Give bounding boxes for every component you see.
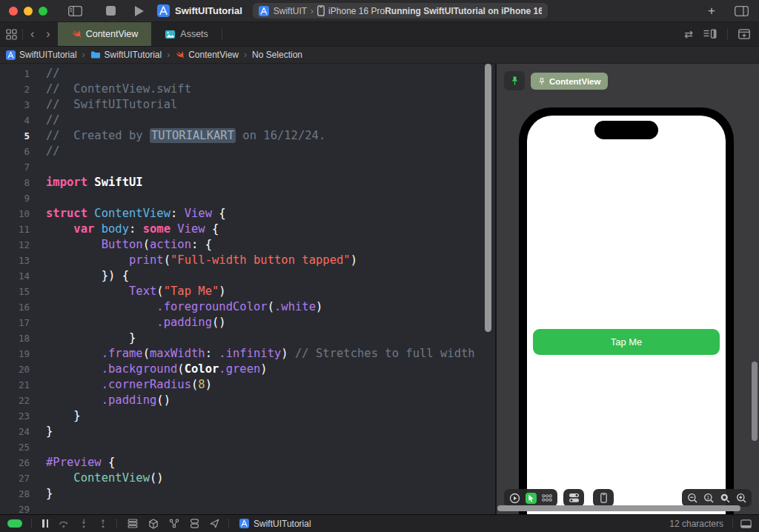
view-hierarchy-button[interactable] <box>127 519 138 528</box>
code-line[interactable]: 10struct ContentView: View { <box>0 206 495 222</box>
code-line[interactable]: 22 .padding() <box>0 393 495 408</box>
swift-icon <box>175 50 185 59</box>
titlebar: SwiftUITutorial SwiftUIT › iPhone 16 Pro… <box>0 0 759 22</box>
device-settings-button[interactable] <box>567 491 580 505</box>
code-text: Button(action: { <box>36 237 212 253</box>
code-line[interactable]: 19 .frame(maxWidth: .infinity) // Stretc… <box>0 346 495 362</box>
editor-scrollbar[interactable] <box>485 64 491 332</box>
code-line[interactable]: 9 <box>0 190 495 206</box>
pin-preview-button[interactable] <box>504 71 525 90</box>
memory-graph-button[interactable] <box>148 519 159 529</box>
breadcrumb-label: SwiftUITutorial <box>105 50 162 60</box>
line-number: 29 <box>0 502 36 514</box>
line-number: 14 <box>0 268 36 284</box>
code-line[interactable]: 6// <box>0 144 495 159</box>
code-line[interactable]: 28} <box>0 486 495 502</box>
zoom-100-button[interactable]: 1 <box>702 491 715 505</box>
swap-editors-button[interactable]: ⇄ <box>684 28 693 40</box>
scheme-selector[interactable]: SwiftUIT › <box>259 6 317 16</box>
pin-outline-icon <box>538 77 546 86</box>
code-line[interactable]: 1// <box>0 66 495 82</box>
instruments-button[interactable] <box>190 519 199 528</box>
pause-button[interactable] <box>42 519 48 528</box>
line-number: 3 <box>0 97 36 113</box>
add-editor-button[interactable] <box>738 29 750 39</box>
step-over-button[interactable] <box>59 519 69 528</box>
breadcrumb-item-selection[interactable]: No Selection <box>252 50 302 60</box>
code-line[interactable]: 13 print("Full-width button tapped") <box>0 253 495 268</box>
code-line[interactable]: 18 } <box>0 330 495 346</box>
line-number: 20 <box>0 362 36 377</box>
editor-layout-icon <box>703 29 717 39</box>
preview-mode-controls <box>504 489 557 507</box>
minimize-button[interactable] <box>24 7 33 16</box>
left-sidebar-toggle-button[interactable] <box>68 6 82 16</box>
code-line[interactable]: 3// SwiftUITutorial <box>0 97 495 113</box>
code-line[interactable]: 17 .padding() <box>0 315 495 330</box>
breakpoints-toggle-button[interactable] <box>7 519 22 528</box>
chevron-right-icon: › <box>167 50 170 60</box>
code-line[interactable]: 5// Created by TUTORIALKART on 16/12/24. <box>0 128 495 144</box>
code-line[interactable]: 8import SwiftUI <box>0 175 495 190</box>
stop-button[interactable] <box>106 6 116 16</box>
code-line[interactable]: 20 .background(Color.green) <box>0 362 495 377</box>
zoom-fit-button[interactable] <box>718 491 732 505</box>
canvas-horizontal-scrollbar[interactable] <box>497 505 740 511</box>
breakpoint-pill-icon <box>7 519 22 528</box>
zoom-out-button[interactable] <box>686 491 699 505</box>
back-button[interactable]: ‹ <box>30 27 34 41</box>
tab-contentview[interactable]: ContentView <box>58 22 152 46</box>
variants-button[interactable] <box>540 491 554 505</box>
tap-me-button[interactable]: Tap Me <box>533 329 720 355</box>
code-line[interactable]: 21 .cornerRadius(8) <box>0 377 495 393</box>
preview-tab-contentview[interactable]: ContentView <box>531 73 608 90</box>
forward-button[interactable]: › <box>46 27 50 41</box>
code-text: struct ContentView: View { <box>36 206 226 222</box>
code-text: #Preview { <box>36 455 115 471</box>
canvas-vertical-scrollbar[interactable] <box>752 362 758 441</box>
step-out-button[interactable] <box>99 519 107 528</box>
tab-assets[interactable]: Assets <box>151 22 222 46</box>
code-line[interactable]: 27 ContentView() <box>0 471 495 486</box>
preview-device-button[interactable] <box>597 491 610 505</box>
code-line[interactable]: 16 .foregroundColor(.white) <box>0 299 495 315</box>
editor-options-button[interactable] <box>703 29 717 39</box>
network-button[interactable] <box>169 519 179 528</box>
code-line[interactable]: 23 } <box>0 408 495 424</box>
code-line[interactable]: 12 Button(action: { <box>0 237 495 253</box>
code-line[interactable]: 2// ContentView.swift <box>0 82 495 97</box>
line-number: 12 <box>0 237 36 253</box>
code-line[interactable]: 25 <box>0 439 495 455</box>
running-process[interactable]: SwiftUITutorial <box>239 519 311 529</box>
close-button[interactable] <box>9 7 18 16</box>
right-sidebar-toggle-button[interactable] <box>735 6 749 16</box>
run-button[interactable] <box>135 6 144 16</box>
code-line[interactable]: 24} <box>0 424 495 439</box>
window-title-label: SwiftUITutorial <box>175 5 242 16</box>
code-editor[interactable]: 1//2// ContentView.swift3// SwiftUITutor… <box>0 64 495 514</box>
run-destination[interactable]: iPhone 16 Pro <box>317 5 385 16</box>
code-line[interactable]: 7 <box>0 159 495 175</box>
line-number: 10 <box>0 206 36 222</box>
zoom-button[interactable] <box>39 7 47 16</box>
breadcrumb-item-group[interactable]: SwiftUITutorial <box>90 50 162 60</box>
code-line[interactable]: 11 var body: some View { <box>0 222 495 237</box>
live-preview-button[interactable] <box>508 491 521 505</box>
breadcrumb-item-file[interactable]: ContentView <box>175 50 239 60</box>
line-number: 16 <box>0 299 36 315</box>
code-line[interactable]: 26#Preview { <box>0 455 495 471</box>
add-button[interactable]: + <box>708 4 715 19</box>
code-line[interactable]: 4// <box>0 113 495 128</box>
related-items-button[interactable] <box>0 22 22 46</box>
breadcrumb-item-project[interactable]: SwiftUITutorial <box>6 50 77 60</box>
selectable-mode-button[interactable] <box>524 491 537 505</box>
code-line[interactable]: 15 Text("Tap Me") <box>0 284 495 299</box>
simulate-location-button[interactable] <box>210 519 219 528</box>
zoom-in-button[interactable] <box>735 491 748 505</box>
code-line[interactable]: 29 <box>0 502 495 514</box>
step-into-button[interactable] <box>79 519 88 528</box>
iphone-screen: Tap Me <box>527 116 726 514</box>
line-number: 7 <box>0 159 36 175</box>
code-line[interactable]: 14 }) { <box>0 268 495 284</box>
debug-area-toggle-button[interactable] <box>740 519 752 528</box>
